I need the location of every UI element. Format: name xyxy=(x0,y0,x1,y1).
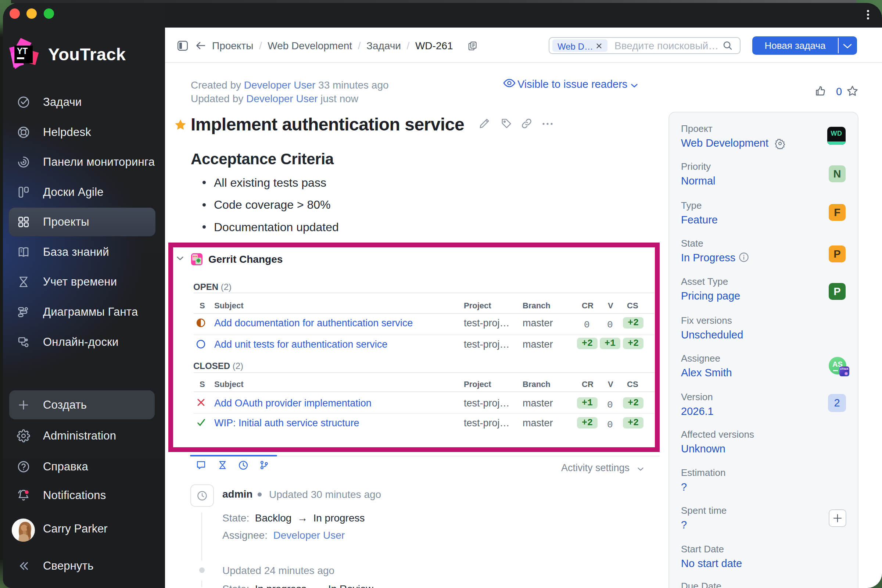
svg-text:YT: YT xyxy=(17,46,28,56)
